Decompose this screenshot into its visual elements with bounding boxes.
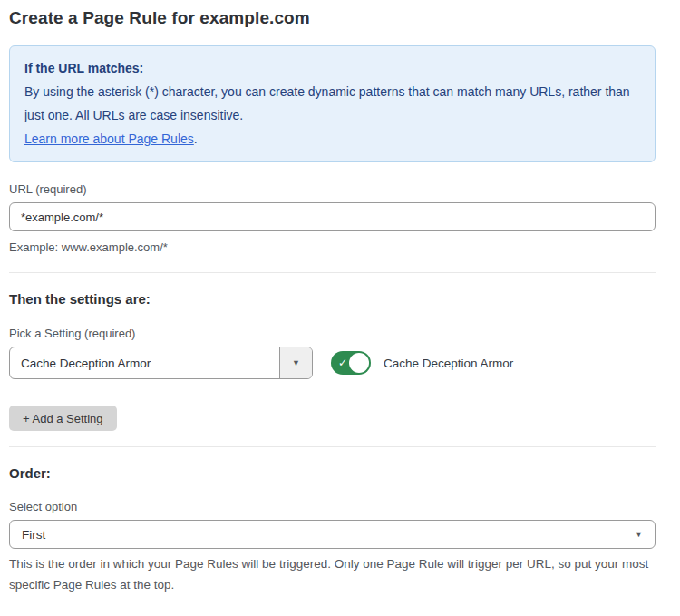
setting-dropdown-value: Cache Deception Armor — [10, 347, 279, 378]
info-box-heading: If the URL matches: — [24, 56, 640, 80]
divider — [9, 272, 656, 273]
page-title: Create a Page Rule for example.com — [9, 8, 656, 28]
setting-toggle[interactable]: ✓ — [331, 351, 371, 375]
url-helper-text: Example: www.example.com/* — [9, 238, 656, 257]
setting-row: Cache Deception Armor ▼ ✓ Cache Deceptio… — [9, 347, 656, 379]
add-setting-button[interactable]: + Add a Setting — [9, 406, 117, 431]
order-section-heading: Order: — [9, 465, 656, 481]
toggle-knob — [349, 353, 369, 373]
chevron-down-icon: ▼ — [635, 531, 643, 539]
url-label: URL (required) — [9, 182, 656, 196]
order-dropdown-value: First — [22, 528, 45, 542]
url-input[interactable] — [9, 202, 656, 231]
order-dropdown[interactable]: First ▼ — [9, 520, 656, 549]
chevron-down-icon: ▼ — [292, 359, 300, 367]
learn-more-link[interactable]: Learn more about Page Rules — [24, 132, 194, 146]
create-page-rule-form: Create a Page Rule for example.com If th… — [0, 0, 680, 616]
setting-dropdown[interactable]: Cache Deception Armor ▼ — [9, 347, 313, 379]
info-box-body: By using the asterisk (*) character, you… — [24, 80, 640, 127]
order-helper-text: This is the order in which your Page Rul… — [9, 553, 656, 595]
link-suffix: . — [194, 132, 198, 146]
pick-setting-label: Pick a Setting (required) — [9, 327, 656, 340]
url-match-info-box: If the URL matches: By using the asteris… — [9, 45, 656, 162]
divider — [9, 446, 656, 447]
setting-toggle-label: Cache Deception Armor — [384, 357, 513, 370]
check-icon: ✓ — [338, 357, 347, 368]
divider — [9, 611, 656, 611]
select-option-label: Select option — [9, 500, 656, 513]
setting-dropdown-arrow-button[interactable]: ▼ — [279, 347, 312, 378]
info-box-link-line: Learn more about Page Rules. — [24, 127, 640, 151]
settings-section-heading: Then the settings are: — [9, 291, 656, 307]
